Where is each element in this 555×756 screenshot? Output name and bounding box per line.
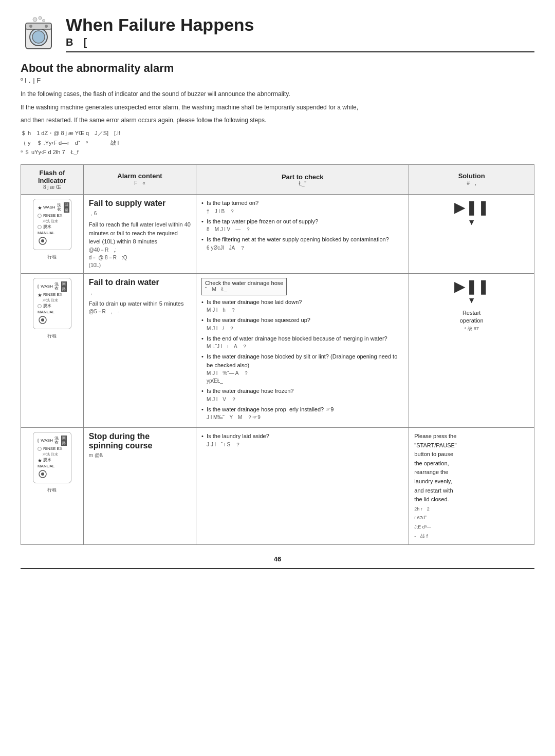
rinse-star-icon-2: ★	[38, 293, 42, 297]
spin-dot-2	[38, 304, 42, 308]
indicator-box-3: WASH 洗衣 回路 RINSE EX 冲洗 注水 ★	[26, 432, 78, 494]
check-item: Is the end of water drainage hose blocke…	[201, 334, 403, 351]
wash-dot-3	[38, 439, 39, 443]
indicator-cell-1: ★ WASH 洗衣 回路 RINSE EX 冲洗 注水	[21, 195, 84, 274]
svg-point-0	[33, 17, 37, 22]
section-title: About the abnormality alarm	[21, 62, 534, 75]
indicator-box-1: ★ WASH 洗衣 回路 RINSE EX 冲洗 注水	[26, 199, 78, 260]
alarm-desc-jp-1: @40－R ,:d－ @ 8－R :Q(10L)	[89, 246, 191, 269]
th-indicator: Flash of indicator 8 j æ Œ	[21, 165, 84, 195]
solution-icons-2: ▶❚❚ ▼ Restartoperationᵃ 敁 67	[414, 278, 529, 333]
check-item: Is the filtering net at the water supply…	[201, 235, 403, 252]
check-item: Is the tap turned on?† J l B ？	[201, 199, 403, 215]
section-subtitle: º l．| F	[21, 76, 534, 85]
svg-point-2	[43, 20, 45, 22]
indicator-cell-2: WASH 洗衣 回路 ★ RINSE EX 冲洗 注水	[21, 273, 84, 428]
alarm-table: Flash of indicator 8 j æ Œ Alarm content…	[21, 164, 534, 545]
main-subtitle: B [	[66, 35, 534, 52]
alarm-name-jp-3: m @ß	[89, 452, 191, 458]
header-section: When Failure Happens B [	[21, 15, 534, 52]
indicator-cell-3: WASH 洗衣 回路 RINSE EX 冲洗 注水 ★	[21, 428, 84, 545]
wash-dot-2	[38, 285, 39, 289]
alarm-desc-1: Fail to reach the full water level withi…	[89, 220, 191, 246]
check-item: Is the water drainage hose frozen?M J l …	[201, 387, 403, 403]
check-item: Is the laundry laid aside?J J l ˜ ı S ？	[201, 432, 403, 448]
solution-cell-3: Please press the "START/PAUSE" button to…	[409, 428, 534, 545]
svg-point-10	[41, 239, 44, 242]
indicator-panel-1: ★ WASH 洗衣 回路 RINSE EX 冲洗 注水	[33, 199, 71, 250]
check-item: Is the tap water pipe frozen or out of s…	[201, 217, 403, 234]
intro-line1: In the following cases, the flash of ind…	[21, 89, 534, 99]
indicator-footer-2: 行程	[47, 333, 57, 339]
check-cell-2: Check the water drainage hose ˜ M Ł_ Is …	[196, 273, 409, 428]
main-title: When Failure Happens	[66, 15, 534, 34]
bottom-line	[21, 568, 534, 569]
check-item: Is the water drainage hose blocked by si…	[201, 352, 403, 385]
table-row: ★ WASH 洗衣 回路 RINSE EX 冲洗 注水	[21, 195, 534, 274]
th-check: Part to check Ł_˜	[196, 165, 409, 195]
solution-cell-1: ▶❚❚ ▼	[409, 195, 534, 274]
check-list-3: Is the laundry laid aside?J J l ˜ ı S ？	[201, 432, 403, 448]
check-item: Is the water drainage hose laid down?M J…	[201, 298, 403, 314]
solution-cell-2: ▶❚❚ ▼ Restartoperationᵃ 敁 67	[409, 273, 534, 428]
check-cell-1: Is the tap turned on?† J l B ？ Is the ta…	[196, 195, 409, 274]
indicator-panel-2: WASH 洗衣 回路 ★ RINSE EX 冲洗 注水	[33, 278, 71, 329]
alarm-name-jp-1: ，6	[89, 210, 191, 217]
svg-point-5	[32, 31, 45, 43]
svg-point-8	[45, 25, 48, 28]
wash-star-icon: ★	[38, 205, 42, 210]
intro-line3: and then restarted. If the same error al…	[21, 116, 534, 125]
page-number: 46	[21, 555, 534, 563]
settings-icon	[38, 236, 48, 245]
rinse-dot-3	[38, 447, 42, 451]
svg-point-7	[29, 25, 32, 28]
alarm-content-3: Stop during thespinning course m @ß	[83, 428, 196, 545]
th-solution: Solution # ,	[409, 165, 534, 195]
settings-icon-2	[38, 315, 48, 325]
alarm-desc-jp-2: @5－R , -	[89, 308, 191, 315]
svg-point-14	[41, 472, 44, 476]
alarm-content-1: Fail to supply water ，6 Fail to reach th…	[83, 195, 196, 274]
indicator-footer-1: 行程	[47, 254, 57, 260]
restart-text: Restartoperationᵃ 敁 67	[414, 309, 529, 333]
check-list-2: Is the water drainage hose laid down?M J…	[201, 298, 403, 422]
alarm-desc-2: Fail to drain up water within 5 minutes	[89, 299, 191, 308]
check-list-1: Is the tap turned on?† J l B ？ Is the ta…	[201, 199, 403, 252]
down-arrow-icon-1: ▼	[414, 218, 529, 227]
intro-line2: If the washing machine generates unexpec…	[21, 103, 534, 112]
solution-text-3: Please press the "START/PAUSE" button to…	[414, 432, 529, 540]
alarm-name-2: Fail to drain water	[89, 278, 191, 287]
check-cell-3: Is the laundry laid aside?J J l ˜ ı S ？	[196, 428, 409, 545]
check-item: Is the water drainage hose squeezed up?M…	[201, 316, 403, 332]
alarm-name-1: Fail to supply water	[89, 199, 191, 208]
table-row: WASH 洗衣 回路 RINSE EX 冲洗 注水 ★	[21, 428, 534, 545]
th-alarm: Alarm content F «	[83, 165, 196, 195]
intro-jp: ＄ h 1 dZ・@ 8 j æ YŒ q J／S] [.lf （ y ＄ .Y…	[21, 128, 534, 157]
alarm-content-2: Fail to drain water ， Fail to drain up w…	[83, 273, 196, 428]
rinse-dot-icon	[38, 214, 42, 218]
table-row: WASH 洗衣 回路 ★ RINSE EX 冲洗 注水	[21, 273, 534, 428]
svg-point-12	[41, 318, 44, 322]
header-text-block: When Failure Happens B [	[66, 15, 534, 52]
spin-star-icon-3: ★	[38, 458, 42, 462]
solution-icons-1: ▶❚❚ ▼	[414, 199, 529, 227]
indicator-footer-3: 行程	[47, 487, 57, 494]
indicator-box-2: WASH 洗衣 回路 ★ RINSE EX 冲洗 注水	[26, 278, 78, 339]
settings-icon-3	[38, 469, 48, 479]
alarm-name-3: Stop during thespinning course	[89, 432, 191, 450]
down-arrow-icon-2: ▼	[414, 296, 529, 305]
check-highlight-2: Check the water drainage hose ˜ M Ł_	[201, 278, 287, 295]
play-pause-icon-2: ▶❚❚	[414, 278, 529, 295]
indicator-panel-3: WASH 洗衣 回路 RINSE EX 冲洗 注水 ★	[33, 432, 71, 483]
check-item: Is the water drainage hose prop erly ins…	[201, 405, 403, 422]
play-pause-icon-1: ▶❚❚	[414, 199, 529, 216]
svg-point-1	[39, 16, 42, 20]
header-icon	[21, 15, 57, 51]
spin-dot-icon	[38, 225, 42, 229]
alarm-name-jp-2: ，	[89, 289, 191, 296]
